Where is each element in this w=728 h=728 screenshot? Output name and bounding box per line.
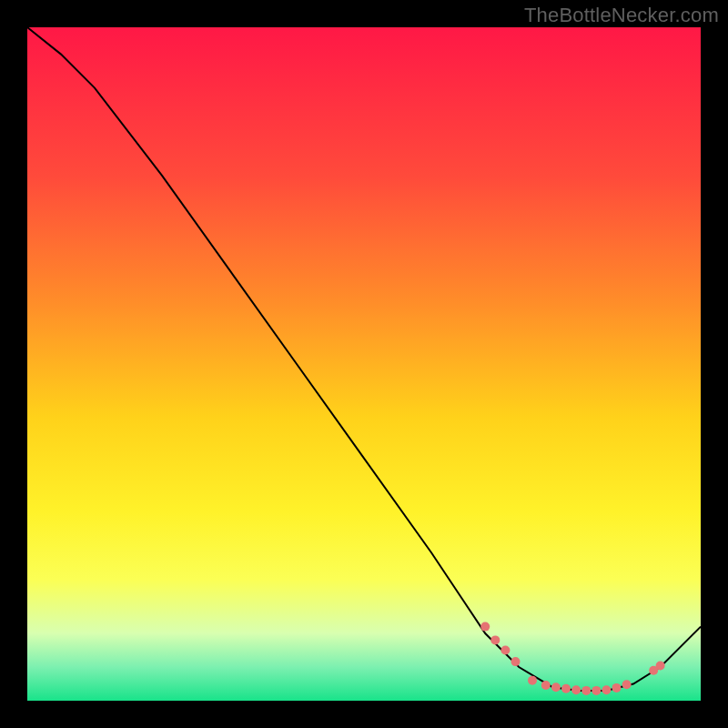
marker-dot [490, 635, 500, 644]
marker-dot [541, 681, 551, 690]
marker-dot [581, 686, 591, 695]
chart-svg [27, 27, 701, 701]
plot-area [27, 27, 701, 701]
marker-dot [511, 657, 521, 666]
marker-dot [602, 685, 611, 694]
marker-dot [551, 682, 561, 692]
marker-dot [528, 676, 537, 685]
marker-dot [561, 684, 571, 693]
marker-dot [612, 683, 622, 693]
chart-frame: TheBottleNecker.com [0, 0, 728, 728]
marker-dot [480, 622, 490, 632]
marker-dot [571, 685, 581, 694]
marker-dot [500, 646, 510, 655]
marker-dot [622, 680, 632, 689]
marker-dot [592, 686, 601, 695]
watermark-text: TheBottleNecker.com [524, 4, 719, 27]
marker-dot [656, 662, 665, 671]
gradient-background [27, 27, 701, 701]
